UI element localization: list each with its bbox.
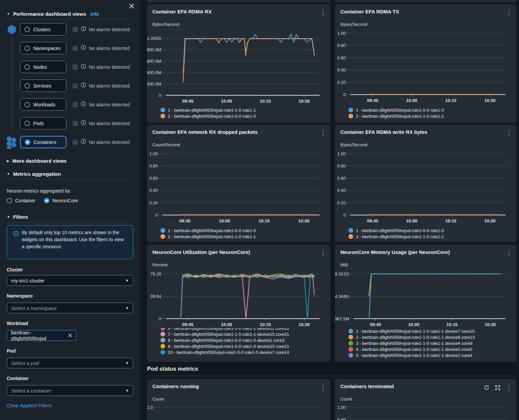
legend-item[interactable]: 6 - berttrain-d9gfxh055hxjsd-role1-1-0 r… bbox=[160, 328, 326, 331]
container-select[interactable]: Select a container ▼ bbox=[7, 385, 133, 396]
kebab-button[interactable]: ⋮ bbox=[319, 250, 327, 257]
close-icon[interactable] bbox=[127, 1, 137, 11]
legend-item[interactable]: 1 - berttrain-d9gfxh055hxjsd-role1-1-0 r… bbox=[160, 107, 326, 113]
pod-select[interactable]: Select a pod ▼ bbox=[7, 358, 133, 368]
alarm-checkbox[interactable] bbox=[73, 64, 78, 70]
widget-actions: ⋮ bbox=[319, 384, 327, 391]
sidebar-item-namespaces[interactable]: Namespaces bbox=[20, 42, 66, 54]
chart-plot: 1.000.800.600.400.20009:4510:0010:1510:3… bbox=[147, 149, 330, 225]
radio-unselected[interactable] bbox=[25, 64, 30, 70]
refresh-icon bbox=[484, 385, 489, 390]
legend-color-dot bbox=[348, 234, 353, 239]
performance-dashboard-views-header[interactable]: ▼ Performance dashboard views Info bbox=[7, 11, 133, 17]
aggregation-option-label: Container bbox=[15, 198, 36, 203]
radio-selected[interactable] bbox=[25, 140, 30, 145]
legend-item[interactable]: 1 - berttrain-d9gfxh055hxjsd-role1-1-0 r… bbox=[348, 328, 512, 334]
remove-token-icon[interactable] bbox=[67, 333, 73, 338]
radio-unselected[interactable] bbox=[25, 46, 30, 51]
alarm-status-row: No alarms detected bbox=[73, 61, 130, 73]
alarm-checkbox[interactable] bbox=[73, 27, 78, 32]
kebab-button[interactable]: ⋮ bbox=[319, 9, 327, 16]
legend-label: 1 - berttrain-d9gfxh055hxjsd-role1-1-0 r… bbox=[356, 329, 475, 334]
legend-label: 5 - berttrain-d9gfxh055hxjsd-role1-1-0 r… bbox=[356, 353, 472, 358]
legend-item[interactable]: 3 - berttrain-d9gfxh055hxjsd-role1-1-0 r… bbox=[348, 340, 512, 346]
widget-title: Container EFA RDMA TX bbox=[340, 9, 399, 14]
cluster-select[interactable]: my-trn1-cluster ▼ bbox=[7, 275, 133, 286]
widget-actions: ⋮ bbox=[505, 250, 513, 257]
legend-item[interactable]: 2 - berttrain-d9gfxh055hxjsd-role1-0-0 r… bbox=[160, 113, 326, 119]
alarm-checkbox[interactable] bbox=[73, 102, 78, 107]
radio-unselected[interactable] bbox=[25, 102, 30, 107]
sidebar-item-containers[interactable]: Containers bbox=[20, 136, 66, 148]
kebab-button[interactable]: ⋮ bbox=[319, 129, 327, 137]
legend-label: 2 - berttrain-d9gfxh055hxjsd-role1-0-0 r… bbox=[168, 114, 256, 119]
legend-item[interactable]: 1 - berttrain-d9gfxh055hxjsd-role1-0-0 r… bbox=[348, 107, 512, 113]
legend-color-dot bbox=[348, 329, 353, 333]
legend-item[interactable]: 2 - berttrain-d9gfxh055hxjsd-role1-1-0 r… bbox=[348, 113, 512, 119]
kebab-button[interactable]: ⋮ bbox=[505, 384, 513, 391]
section-title: Performance dashboard views bbox=[13, 11, 86, 17]
svg-text:10:15: 10:15 bbox=[445, 218, 456, 223]
alarm-checkbox[interactable] bbox=[73, 121, 78, 126]
radio-unselected[interactable] bbox=[25, 27, 30, 32]
legend-item[interactable]: 8 - berttrain-d9gfxh055hxjsd-role1-0-0 r… bbox=[160, 337, 326, 343]
legend-item[interactable]: 1 - berttrain-d9gfxh055hxjsd-role1-0-0 r… bbox=[348, 227, 512, 233]
sidebar-item-workloads[interactable]: Workloads bbox=[20, 98, 66, 111]
kebab-menu-icon: ⋮ bbox=[320, 10, 326, 16]
svg-text:10:00: 10:00 bbox=[221, 322, 232, 327]
svg-text:0.20: 0.20 bbox=[337, 80, 346, 85]
legend-item[interactable]: 2 - berttrain-d9gfxh055hxjsd-role1-1-0 r… bbox=[160, 233, 326, 240]
sidebar-item-services[interactable]: Services bbox=[20, 80, 66, 92]
alarm-checkbox[interactable] bbox=[73, 83, 78, 89]
legend-item[interactable]: 1 - berttrain-d9gfxh055hxjsd-role1-0-0 r… bbox=[160, 227, 326, 233]
svg-text:10:00: 10:00 bbox=[219, 218, 230, 223]
svg-text:10:15: 10:15 bbox=[446, 322, 458, 327]
chevron-down-icon: ▼ bbox=[7, 215, 10, 219]
widget-containers-running: Containers running⋮Count2.0 bbox=[147, 379, 330, 420]
widget-neuroncore-util: NeuronCore Utilization (per NeuronCore)⋮… bbox=[147, 245, 330, 362]
refresh-button[interactable] bbox=[483, 384, 490, 391]
svg-text:0.40: 0.40 bbox=[149, 188, 158, 193]
expand-button[interactable] bbox=[494, 384, 501, 391]
alarm-status-row: No alarms detected bbox=[73, 80, 130, 92]
kebab-button[interactable]: ⋮ bbox=[505, 9, 513, 16]
more-dashboard-views-header[interactable]: ▶ More dashboard views bbox=[7, 158, 133, 164]
legend-item[interactable]: 9 - berttrain-d9gfxh055hxjsd-role1-0-0 r… bbox=[160, 343, 326, 349]
sidebar-item-label: Services bbox=[33, 83, 51, 89]
sidebar-item-pods[interactable]: Pods bbox=[20, 117, 66, 129]
chart-legend: 1 - berttrain-d9gfxh055hxjsd-role1-0-0 r… bbox=[160, 227, 326, 240]
legend-item[interactable]: 10 - berttrain-d9gfxh055hxjsd-role1-0-0 … bbox=[160, 349, 326, 355]
y-axis-unit-label: Bytes/Second bbox=[152, 22, 179, 27]
legend-item[interactable]: 7 - berttrain-d9gfxh055hxjsd-role1-1-0 r… bbox=[160, 331, 326, 337]
metrics-aggregation-header[interactable]: ▼ Metrics aggregation bbox=[7, 171, 133, 177]
svg-text:10:15: 10:15 bbox=[258, 218, 270, 223]
legend-item[interactable]: 4 - berttrain-d9gfxh055hxjsd-role1-1-0 r… bbox=[348, 346, 512, 352]
chart-legend: 1 - berttrain-d9gfxh055hxjsd-role1-0-0 r… bbox=[348, 107, 512, 119]
sidebar-item-clusters[interactable]: Clusters bbox=[20, 23, 66, 36]
filters-header[interactable]: ▼ Filters bbox=[7, 214, 133, 220]
kebab-button[interactable]: ⋮ bbox=[505, 250, 513, 257]
aggregation-option-neuroncore[interactable]: NeuronCore bbox=[44, 198, 78, 203]
radio-selected[interactable] bbox=[44, 198, 49, 203]
kebab-button[interactable]: ⋮ bbox=[505, 129, 513, 137]
container-insights-dashboard: ▼ Performance dashboard views Info Clust… bbox=[0, 0, 519, 420]
legend-item[interactable]: 2 - berttrain-d9gfxh055hxjsd-role1-1-0 r… bbox=[348, 233, 512, 240]
radio-unselected[interactable] bbox=[25, 121, 30, 126]
alarm-status-text: No alarms detected bbox=[89, 27, 130, 32]
radio-unselected[interactable] bbox=[7, 198, 12, 203]
legend-item[interactable]: 5 - berttrain-d9gfxh055hxjsd-role1-1-0 r… bbox=[348, 352, 512, 358]
clear-applied-filters-link[interactable]: Clear Applied Filters bbox=[7, 403, 52, 408]
namespace-select[interactable]: Select a namespace ▼ bbox=[7, 303, 133, 313]
alarm-checkbox[interactable] bbox=[73, 140, 78, 145]
info-icon bbox=[81, 120, 86, 126]
kebab-button[interactable]: ⋮ bbox=[319, 384, 327, 391]
chevron-down-icon: ▼ bbox=[7, 172, 10, 176]
chart-legend: 1 - berttrain-d9gfxh055hxjsd-role1-1-0 r… bbox=[160, 107, 326, 119]
legend-item[interactable]: 2 - berttrain-d9gfxh055hxjsd-role1-1-0 r… bbox=[348, 334, 512, 340]
radio-unselected[interactable] bbox=[25, 83, 30, 89]
alarm-checkbox[interactable] bbox=[73, 46, 78, 51]
sidebar-item-nodes[interactable]: Nodes bbox=[20, 61, 66, 73]
widget-title: NeuronCore Memory Usage (per NeuronCore) bbox=[340, 249, 450, 255]
info-link[interactable]: Info bbox=[91, 11, 99, 17]
aggregation-option-container[interactable]: Container bbox=[7, 198, 36, 203]
